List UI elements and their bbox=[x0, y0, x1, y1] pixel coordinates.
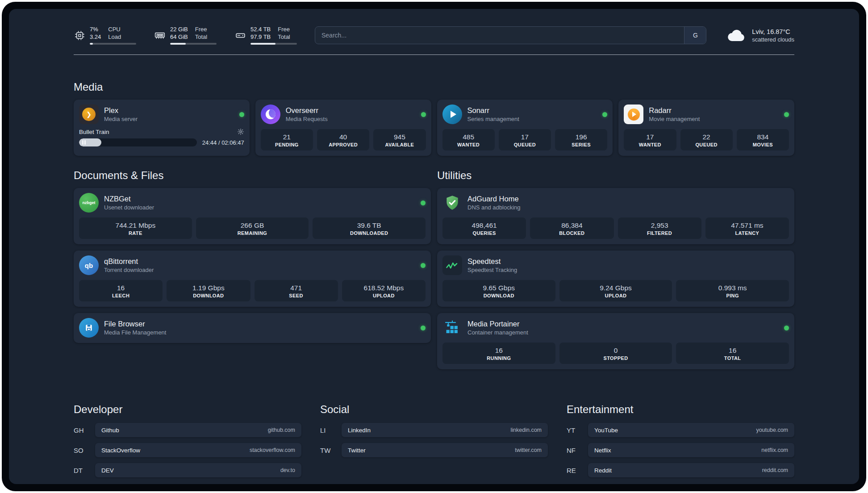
bookmark-youtube[interactable]: YouTube youtube.com bbox=[588, 423, 794, 437]
stat-label: PENDING bbox=[263, 142, 311, 147]
gear-icon[interactable] bbox=[237, 128, 244, 135]
stat-box: 2,953 FILTERED bbox=[618, 217, 701, 239]
stat-value: 16 bbox=[678, 346, 787, 355]
adguard-icon bbox=[442, 193, 462, 213]
app-card-portainer[interactable]: Media Portainer Container management 16 … bbox=[437, 313, 794, 369]
bookmark-url: twitter.com bbox=[515, 447, 542, 453]
bookmark-icon-netflix: NF bbox=[567, 447, 588, 454]
bookmark-icon-twitter: TW bbox=[320, 447, 342, 454]
bookmark-icon-github: GH bbox=[74, 426, 95, 434]
app-card-nzbget[interactable]: nzbget NZBGet Usenet downloader 744.21 M… bbox=[74, 188, 431, 244]
stat-box: 22 QUEUED bbox=[680, 129, 733, 150]
app-card-overseerr[interactable]: Overseerr Media Requests 21 PENDING 40 A… bbox=[255, 100, 431, 156]
stat-value: 9.65 Gbps bbox=[444, 284, 554, 292]
pause-icon[interactable] bbox=[82, 140, 86, 145]
stat-box: 945 AVAILABLE bbox=[373, 129, 426, 150]
app-card-speedtest[interactable]: Speedtest Speedtest Tracking 9.65 Gbps D… bbox=[437, 251, 794, 307]
search-input[interactable] bbox=[315, 27, 684, 44]
bookmark-stackoverflow[interactable]: StackOverflow stackoverflow.com bbox=[95, 443, 301, 457]
app-name: Media Portainer bbox=[467, 320, 528, 328]
cpu-load: 3.24 bbox=[90, 33, 101, 41]
stat-box: 9.65 Gbps DOWNLOAD bbox=[442, 280, 555, 301]
bookmark-reddit[interactable]: Reddit reddit.com bbox=[588, 463, 794, 477]
stat-label: UPLOAD bbox=[561, 293, 671, 298]
stat-box: 744.21 Mbps RATE bbox=[79, 217, 192, 239]
cloud-icon bbox=[726, 28, 747, 43]
ram-bar bbox=[170, 43, 217, 45]
bookmark-twitter[interactable]: Twitter twitter.com bbox=[342, 443, 548, 457]
stat-box: 1.19 Gbps DOWNLOAD bbox=[167, 280, 250, 301]
stat-label: LEECH bbox=[81, 293, 161, 298]
stat-label: DOWNLOAD bbox=[444, 293, 554, 298]
stat-label: QUEUED bbox=[682, 142, 731, 147]
bookmark-url: github.com bbox=[268, 427, 295, 433]
stat-value: 17 bbox=[626, 133, 674, 141]
stat-value: 16 bbox=[81, 284, 161, 292]
status-online-dot bbox=[784, 326, 789, 330]
disk-icon bbox=[234, 30, 246, 41]
stat-value: 618.52 Mbps bbox=[344, 284, 424, 292]
app-card-plex[interactable]: ❯ Plex Media server Bullet Train bbox=[74, 100, 250, 156]
stat-value: 40 bbox=[319, 133, 367, 141]
app-card-sonarr[interactable]: Sonarr Series management 485 WANTED 17 Q… bbox=[437, 100, 613, 156]
status-online-dot bbox=[239, 112, 244, 117]
stat-label: PING bbox=[678, 293, 787, 298]
app-subtitle: Media File Management bbox=[104, 329, 166, 336]
ram-total-label: Total bbox=[195, 33, 207, 41]
status-online-dot bbox=[421, 201, 426, 205]
section-title-media: Media bbox=[74, 81, 794, 93]
search-engine-button[interactable]: G bbox=[684, 27, 706, 44]
app-card-adguard[interactable]: AdGuard Home DNS and adblocking 498,461 … bbox=[437, 188, 794, 244]
overseerr-icon bbox=[261, 104, 280, 124]
stat-label: MOVIES bbox=[739, 142, 787, 147]
status-online-dot bbox=[421, 112, 426, 117]
now-playing-title: Bullet Train bbox=[79, 129, 109, 135]
stat-label: QUERIES bbox=[444, 230, 524, 236]
sonarr-icon bbox=[442, 104, 462, 124]
stat-value: 744.21 Mbps bbox=[81, 221, 190, 230]
stat-box: 9.24 Gbps UPLOAD bbox=[559, 280, 672, 301]
weather-widget: Lviv, 16.87°C scattered clouds bbox=[726, 28, 794, 43]
stat-value: 834 bbox=[739, 133, 787, 141]
stat-box: 40 APPROVED bbox=[317, 129, 369, 150]
stat-box: 618.52 Mbps UPLOAD bbox=[342, 280, 426, 301]
disk-widget: 52.4 TB 97.9 TB Free Total bbox=[234, 26, 297, 45]
disk-total-label: Total bbox=[278, 33, 290, 41]
stat-box: 17 WANTED bbox=[624, 129, 676, 150]
device-frame: 7% 3.24 CPU Load bbox=[2, 2, 866, 491]
app-subtitle: Series management bbox=[467, 116, 519, 122]
bookmark-name: Twitter bbox=[348, 447, 366, 454]
stat-label: QUEUED bbox=[501, 142, 549, 147]
stat-label: RUNNING bbox=[444, 355, 554, 361]
stat-box: 266 GB REMAINING bbox=[196, 217, 309, 239]
bookmark-url: dev.to bbox=[280, 467, 295, 473]
app-card-radarr[interactable]: Radarr Movie management 17 WANTED 22 QUE… bbox=[618, 100, 794, 156]
stat-value: 39.6 TB bbox=[314, 221, 424, 230]
qbittorrent-logo-text: qb bbox=[85, 262, 93, 269]
bookmark-github[interactable]: Github github.com bbox=[95, 423, 301, 437]
weather-location: Lviv, 16.87°C bbox=[752, 28, 794, 35]
section-title-utilities: Utilities bbox=[437, 169, 794, 182]
bookmark-name: StackOverflow bbox=[101, 447, 140, 454]
app-subtitle: Media Requests bbox=[286, 116, 328, 122]
seek-bar[interactable] bbox=[79, 138, 197, 146]
stat-value: 22 bbox=[682, 133, 731, 141]
stat-value: 9.24 Gbps bbox=[561, 284, 671, 292]
bookmark-linkedin[interactable]: LinkedIn linkedin.com bbox=[342, 423, 548, 437]
cpu-bar bbox=[90, 43, 136, 45]
bookmark-dev[interactable]: DEV dev.to bbox=[95, 463, 301, 477]
stat-label: TOTAL bbox=[678, 355, 787, 361]
portainer-icon bbox=[442, 318, 462, 338]
app-subtitle: DNS and adblocking bbox=[467, 204, 521, 211]
bookmark-netflix[interactable]: Netflix netflix.com bbox=[588, 443, 794, 457]
stat-label: LATENCY bbox=[707, 230, 787, 236]
stat-value: 196 bbox=[557, 133, 605, 141]
app-name: AdGuard Home bbox=[467, 195, 521, 203]
ram-icon bbox=[154, 29, 166, 41]
app-card-filebrowser[interactable]: File Browser Media File Management bbox=[74, 313, 431, 343]
ram-free: 22 GiB bbox=[170, 26, 188, 33]
app-card-qbittorrent[interactable]: qb qBittorrent Torrent downloader 16 LEE… bbox=[74, 251, 431, 307]
stat-value: 2,953 bbox=[620, 221, 700, 230]
stat-value: 498,461 bbox=[444, 221, 524, 230]
app-subtitle: Container management bbox=[467, 329, 528, 336]
